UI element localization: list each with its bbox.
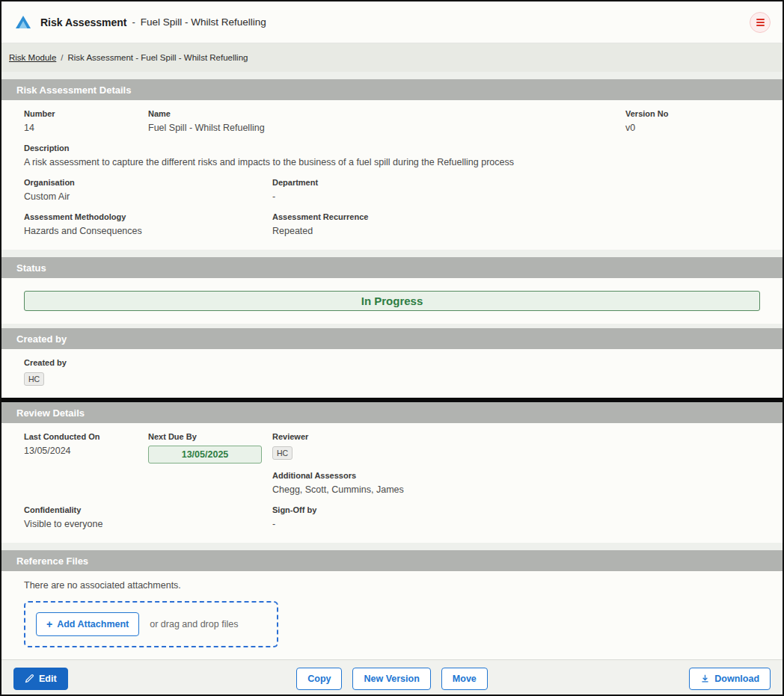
add-attachment-button[interactable]: + Add Attachment <box>36 612 139 636</box>
name-label: Name <box>148 109 625 118</box>
status-badge: In Progress <box>24 291 760 311</box>
field-additional-assessors: Additional Assessors Chegg, Scott, Cummi… <box>272 471 760 495</box>
edit-button[interactable]: Edit <box>13 668 68 690</box>
additional-assessors-value: Chegg, Scott, Cummins, James <box>272 484 760 495</box>
reviewer-label: Reviewer <box>272 432 760 441</box>
number-label: Number <box>24 109 148 118</box>
field-reviewer: Reviewer HC <box>272 432 760 464</box>
created-by-body: Created by HC <box>1 349 783 398</box>
add-attachment-label: Add Attachment <box>57 619 129 629</box>
title-separator: - <box>132 16 135 28</box>
recurrence-value: Repeated <box>272 226 760 236</box>
menu-icon[interactable] <box>750 12 771 33</box>
field-recurrence: Assessment Recurrence Repeated <box>272 212 760 236</box>
copy-button[interactable]: Copy <box>296 668 342 690</box>
section-header-created-by: Created by <box>1 328 783 349</box>
version-label: Version No <box>625 109 760 118</box>
breadcrumb-current: Risk Assessment - Fuel Spill - Whilst Re… <box>67 53 248 62</box>
download-button[interactable]: Download <box>689 668 771 690</box>
field-last-conducted: Last Conducted On 13/05/2024 <box>24 432 148 464</box>
section-header-details: Risk Assessment Details <box>1 79 783 100</box>
confidentiality-value: Visible to everyone <box>24 519 272 529</box>
description-label: Description <box>24 144 760 153</box>
field-next-due: Next Due By 13/05/2025 <box>148 432 272 464</box>
download-label: Download <box>714 674 759 684</box>
breadcrumb: Risk Module / Risk Assessment - Fuel Spi… <box>1 43 783 72</box>
field-organisation: Organisation Custom Air <box>24 178 272 202</box>
page-title: Risk Assessment <box>40 16 126 28</box>
field-department: Department - <box>272 178 760 202</box>
signoff-value: - <box>272 519 760 529</box>
created-by-user-badge: HC <box>24 372 44 386</box>
created-by-label: Created by <box>24 358 760 367</box>
section-title: Risk Assessment Details <box>16 84 131 96</box>
drag-drop-hint: or drag and drop files <box>150 619 238 629</box>
last-conducted-label: Last Conducted On <box>24 432 148 441</box>
copy-label: Copy <box>307 674 331 684</box>
details-body: Number 14 Name Fuel Spill - Whilst Refue… <box>1 100 783 250</box>
section-title: Created by <box>16 333 67 345</box>
version-value: v0 <box>625 123 760 133</box>
risk-assessment-page: Risk Assessment - Fuel Spill - Whilst Re… <box>0 0 784 696</box>
section-header-review: Review Details <box>1 402 783 423</box>
next-due-date-badge: 13/05/2025 <box>148 446 262 464</box>
page-subtitle: Fuel Spill - Whilst Refuelling <box>141 16 266 28</box>
edit-label: Edit <box>39 674 57 684</box>
reviewer-user-badge: HC <box>272 446 293 460</box>
last-conducted-value: 13/05/2024 <box>24 446 148 456</box>
next-due-label: Next Due By <box>148 432 272 441</box>
field-name: Name Fuel Spill - Whilst Refuelling <box>148 109 625 133</box>
name-value: Fuel Spill - Whilst Refuelling <box>148 123 625 133</box>
app-logo-icon <box>13 13 33 32</box>
department-value: - <box>272 191 760 202</box>
download-icon <box>700 674 710 683</box>
field-version: Version No v0 <box>625 109 760 133</box>
department-label: Department <box>272 178 760 187</box>
field-created-by: Created by HC <box>24 358 760 386</box>
organisation-value: Custom Air <box>24 191 272 202</box>
no-attachments-text: There are no associated attachments. <box>24 580 760 591</box>
review-body: Last Conducted On 13/05/2024 Next Due By… <box>1 423 783 543</box>
section-header-status: Status <box>1 257 783 278</box>
action-bar: Edit Copy New Version Move Download <box>1 659 783 696</box>
field-number: Number 14 <box>24 109 148 133</box>
app-header: Risk Assessment - Fuel Spill - Whilst Re… <box>1 1 783 43</box>
file-dropzone[interactable]: + Add Attachment or drag and drop files <box>24 601 278 647</box>
breadcrumb-link-risk-module[interactable]: Risk Module <box>9 53 56 62</box>
new-version-label: New Version <box>364 674 419 684</box>
organisation-label: Organisation <box>24 178 272 187</box>
methodology-label: Assessment Methodology <box>24 212 272 221</box>
field-confidentiality: Confidentiality Visible to everyone <box>24 505 272 529</box>
reference-files-body: There are no associated attachments. + A… <box>1 571 783 659</box>
move-label: Move <box>453 674 477 684</box>
plus-icon: + <box>46 619 52 629</box>
section-title: Review Details <box>16 407 85 419</box>
recurrence-label: Assessment Recurrence <box>272 212 760 221</box>
additional-assessors-label: Additional Assessors <box>272 471 760 480</box>
number-value: 14 <box>24 123 148 133</box>
new-version-button[interactable]: New Version <box>352 668 430 690</box>
edit-icon <box>25 674 34 683</box>
signoff-label: Sign-Off by <box>272 505 760 514</box>
move-button[interactable]: Move <box>441 668 488 690</box>
methodology-value: Hazards and Consequences <box>24 226 272 236</box>
field-signoff: Sign-Off by - <box>272 505 760 529</box>
field-description: Description A risk assessment to capture… <box>24 144 760 167</box>
description-value: A risk assessment to capture the differe… <box>24 157 760 167</box>
status-body: In Progress <box>1 278 783 324</box>
section-header-reference-files: Reference Files <box>1 550 783 571</box>
breadcrumb-separator: / <box>61 53 63 62</box>
section-title: Reference Files <box>16 555 88 567</box>
field-methodology: Assessment Methodology Hazards and Conse… <box>24 212 272 236</box>
confidentiality-label: Confidentiality <box>24 505 272 514</box>
section-title: Status <box>16 262 46 274</box>
